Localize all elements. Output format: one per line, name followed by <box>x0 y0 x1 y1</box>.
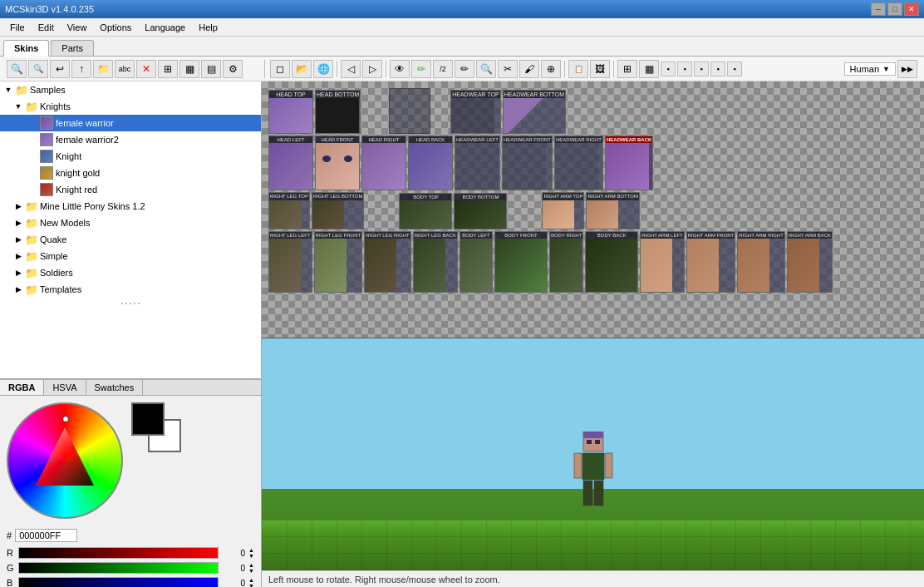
undo-action-button[interactable]: ◁ <box>341 60 361 78</box>
maximize-button[interactable]: □ <box>887 2 902 16</box>
tex-head-right-label: HEAD RIGHT <box>362 136 405 143</box>
pencil2-button[interactable]: /2 <box>433 60 453 78</box>
tex-headwear-left-content <box>455 143 499 190</box>
zoom-in-button[interactable]: 🔍 <box>7 60 27 78</box>
separator-4 <box>613 61 614 77</box>
upload-button[interactable]: ↑ <box>71 60 91 78</box>
svg-rect-3 <box>587 440 592 444</box>
web-button[interactable]: 🌐 <box>313 60 333 78</box>
redo-action-button[interactable]: ▷ <box>362 60 382 78</box>
colortab-rgba[interactable]: RGBA <box>0 380 44 395</box>
rename-button[interactable]: abc <box>115 60 135 78</box>
eyedrop-button[interactable]: ✏ <box>455 60 474 78</box>
tex-rleg-top-content <box>269 200 301 229</box>
tab-parts[interactable]: Parts <box>51 40 94 56</box>
human-dropdown[interactable]: Human ▼ <box>844 62 896 76</box>
grid-button[interactable]: ⊞ <box>158 60 178 78</box>
fw2-thumb <box>40 133 53 146</box>
tree-samples[interactable]: ▼ 📁 Samples <box>0 81 261 98</box>
fw-thumb <box>40 116 53 130</box>
grid3-button[interactable]: ▦ <box>639 60 659 78</box>
resize-handle[interactable]: • • • • • <box>0 298 261 308</box>
view-toggle-2[interactable]: ▪ <box>677 62 692 76</box>
add-button[interactable]: ⊕ <box>541 60 561 78</box>
foreground-swatch[interactable] <box>131 402 165 436</box>
new-button[interactable]: ◻ <box>270 60 290 78</box>
svg-marker-0 <box>36 427 94 486</box>
tex-rarm-back: RIGHT ARM BACK <box>787 231 833 294</box>
settings-button[interactable]: ⚙ <box>223 60 243 78</box>
grid2-button[interactable]: ⊞ <box>617 60 637 78</box>
menu-view[interactable]: View <box>61 21 94 34</box>
colortab-hsva[interactable]: HSVA <box>44 380 86 395</box>
close-button[interactable]: ✕ <box>904 2 919 16</box>
colortab-swatches[interactable]: Swatches <box>86 380 144 395</box>
tree-item-knight[interactable]: Knight <box>0 148 261 165</box>
tex-body-front-content <box>495 239 547 292</box>
menu-edit[interactable]: Edit <box>32 21 61 34</box>
tree-simple[interactable]: ▶ 📁 Simple <box>0 248 261 264</box>
open-file-button[interactable]: 📂 <box>292 60 312 78</box>
colorwheel[interactable] <box>7 402 123 519</box>
tree-soldiers[interactable]: ▶ 📁 Soldiers <box>0 264 261 281</box>
templates-label: Templates <box>40 284 81 294</box>
red-arrows[interactable]: ▲▼ <box>248 547 254 559</box>
texture-view[interactable]: HEAD TOP HEAD BOTTOM <box>262 81 924 338</box>
menu-language[interactable]: Language <box>138 21 192 34</box>
tex-headwear-top-content <box>451 98 494 133</box>
tex-rleg-back-label: RIGHT LEG BACK <box>414 232 457 239</box>
magnify-button[interactable]: 🔍 <box>476 60 496 78</box>
tex-head-top: HEAD TOP <box>268 90 313 134</box>
view-toggle-5[interactable]: ▪ <box>727 62 742 76</box>
simple-folder-icon: 📁 <box>25 249 38 263</box>
hex-input[interactable] <box>15 529 77 542</box>
green-arrows[interactable]: ▲▼ <box>248 562 254 574</box>
tree-knights[interactable]: ▼ 📁 Knights <box>0 98 261 115</box>
view-toggle-1[interactable]: ▪ <box>661 62 676 76</box>
texture-button[interactable]: ▦ <box>179 60 199 78</box>
tex-rleg-left-label: RIGHT LEG LEFT <box>269 232 312 239</box>
tex-rleg-right: RIGHT LEG RIGHT <box>364 231 411 294</box>
knight-thumb <box>40 150 53 163</box>
tree-item-knight-red[interactable]: Knight red <box>0 181 261 198</box>
view-3d[interactable] <box>262 338 924 570</box>
tree-item-female-warrior2[interactable]: female warrior2 <box>0 131 261 148</box>
eraser-button[interactable]: ✂ <box>498 60 518 78</box>
fill-button[interactable]: 🖌 <box>519 60 539 78</box>
tex-head-back: HEAD BACK <box>408 136 453 190</box>
tex-headwear-right: HEADWEAR RIGHT <box>554 136 603 190</box>
view-toggle-4[interactable]: ▪ <box>710 62 725 76</box>
tree-new-models[interactable]: ▶ 📁 New Models <box>0 215 261 231</box>
blue-arrows[interactable]: ▲▼ <box>248 577 254 587</box>
folder-button[interactable]: 📁 <box>93 60 113 78</box>
fg-bg-swatch <box>131 402 181 452</box>
tree-templates[interactable]: ▶ 📁 Templates <box>0 281 261 298</box>
tex-body-bottom-label: BODY BOTTOM <box>455 194 506 200</box>
tab-skins[interactable]: Skins <box>3 40 49 57</box>
expand-button[interactable]: ▶▶ <box>897 60 917 78</box>
tex-rarm-top-label: RIGHT ARM TOP <box>543 193 583 200</box>
view-toggle-3[interactable]: ▪ <box>694 62 709 76</box>
quake-folder-icon: 📁 <box>25 233 38 246</box>
tree-quake[interactable]: ▶ 📁 Quake <box>0 231 261 248</box>
eye-button[interactable]: 👁 <box>390 60 410 78</box>
tree-item-knight-gold[interactable]: knight gold <box>0 165 261 181</box>
menu-help[interactable]: Help <box>192 21 224 34</box>
menu-file[interactable]: File <box>3 21 32 34</box>
copy-button[interactable]: 📋 <box>568 60 588 78</box>
fw2-label: female warrior2 <box>56 135 119 145</box>
tex-body-right: BODY RIGHT <box>549 231 583 294</box>
zoom-out-button[interactable]: 🔍 <box>28 60 48 78</box>
menu-options[interactable]: Options <box>93 21 138 34</box>
undo-button[interactable]: ↩ <box>50 60 70 78</box>
delete-button[interactable]: ✕ <box>136 60 156 78</box>
tree-mine-little-pony[interactable]: ▶ 📁 Mine Little Pony Skins 1.2 <box>0 198 261 215</box>
tree-item-female-warrior[interactable]: female warrior <box>0 115 261 131</box>
pencil-button[interactable]: ✏ <box>411 60 431 78</box>
hex-label: # <box>7 530 12 540</box>
svg-rect-5 <box>582 453 604 480</box>
image-button[interactable]: 🖼 <box>590 60 610 78</box>
minimize-button[interactable]: ─ <box>871 2 886 16</box>
texture-row-2: HEAD LEFT HEAD FRONT HEAD RIGHT <box>268 136 917 190</box>
layers-button[interactable]: ▤ <box>201 60 221 78</box>
